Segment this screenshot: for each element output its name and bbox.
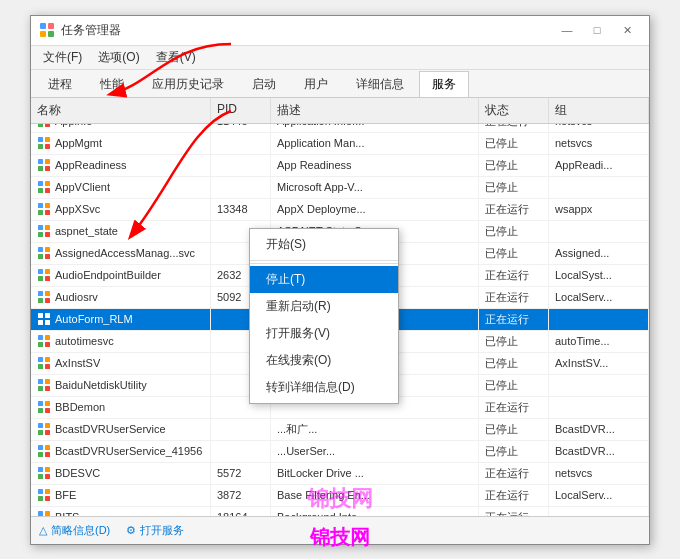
service-icon [37, 246, 51, 260]
col-status[interactable]: 状态 [479, 98, 549, 123]
table-header: 名称 PID 描述 状态 组 [31, 98, 649, 124]
svg-rect-11 [45, 144, 50, 149]
cell-group: BcastDVR... [549, 441, 649, 462]
cell-name: Appinfo [31, 124, 211, 132]
tab-bar: 进程 性能 应用历史记录 启动 用户 详细信息 服务 [31, 70, 649, 98]
cell-name: BBDemon [31, 397, 211, 418]
service-icon [37, 224, 51, 238]
minimize-button[interactable]: — [553, 20, 581, 40]
table-row[interactable]: BcastDVRUserService ...和广... 已停止 BcastDV… [31, 419, 649, 441]
gear-icon: ⚙ [126, 524, 136, 537]
cell-name: BcastDVRUserService_41956 [31, 441, 211, 462]
status-bar: △ 简略信息(D) ⚙ 打开服务 [31, 516, 649, 544]
cell-status: 正在运行 [479, 287, 549, 308]
menu-file[interactable]: 文件(F) [35, 47, 90, 68]
cell-group [549, 507, 649, 516]
brief-info-label: 简略信息(D) [51, 523, 110, 538]
col-desc[interactable]: 描述 [271, 98, 479, 123]
table-row[interactable]: Appinfo 11448 Application Infor... 正在运行 … [31, 124, 649, 133]
cell-desc: Application Infor... [271, 124, 479, 132]
cell-pid: 18164 [211, 507, 271, 516]
cell-status: 正在运行 [479, 485, 549, 506]
cell-desc: ...和广... [271, 419, 479, 440]
service-icon [37, 180, 51, 194]
context-menu-item-stop[interactable]: 停止(T) [250, 266, 398, 293]
col-group[interactable]: 组 [549, 98, 649, 123]
cell-pid [211, 155, 271, 176]
context-menu-item-search-online[interactable]: 在线搜索(O) [250, 347, 398, 374]
menu-bar: 文件(F) 选项(O) 查看(V) [31, 46, 649, 70]
svg-rect-31 [45, 254, 50, 259]
open-service-label: 打开服务 [140, 523, 184, 538]
menu-view[interactable]: 查看(V) [148, 47, 204, 68]
maximize-button[interactable]: □ [583, 20, 611, 40]
table-row[interactable]: AppMgmt Application Man... 已停止 netsvcs [31, 133, 649, 155]
cell-name: AssignedAccessManag...svc [31, 243, 211, 264]
context-menu-item-start[interactable]: 开始(S) [250, 231, 398, 258]
svg-rect-55 [45, 386, 50, 391]
cell-pid [211, 133, 271, 154]
table-row[interactable]: AppVClient Microsoft App-V... 已停止 [31, 177, 649, 199]
cell-status: 正在运行 [479, 199, 549, 220]
table-row[interactable]: AppReadiness App Readiness 已停止 AppReadi.… [31, 155, 649, 177]
tab-details[interactable]: 详细信息 [343, 71, 417, 97]
tab-app-history[interactable]: 应用历史记录 [139, 71, 237, 97]
cell-status: 已停止 [479, 221, 549, 242]
svg-rect-65 [45, 445, 50, 450]
triangle-icon: △ [39, 524, 47, 537]
tab-users[interactable]: 用户 [291, 71, 341, 97]
context-menu-item-restart[interactable]: 重新启动(R) [250, 293, 398, 320]
tab-startup[interactable]: 启动 [239, 71, 289, 97]
context-menu-item-open-service[interactable]: 打开服务(V) [250, 320, 398, 347]
svg-rect-63 [45, 430, 50, 435]
context-menu-item-goto-detail[interactable]: 转到详细信息(D) [250, 374, 398, 401]
svg-rect-44 [38, 335, 43, 340]
svg-rect-48 [38, 357, 43, 362]
svg-rect-71 [45, 474, 50, 479]
cell-desc: App Readiness [271, 155, 479, 176]
col-name[interactable]: 名称 [31, 98, 211, 123]
svg-rect-22 [38, 210, 43, 215]
cell-group [549, 375, 649, 396]
cell-name: aspnet_state [31, 221, 211, 242]
col-pid[interactable]: PID [211, 98, 271, 123]
cell-pid: 3872 [211, 485, 271, 506]
cell-desc: Application Man... [271, 133, 479, 154]
svg-rect-72 [38, 489, 43, 494]
svg-rect-70 [38, 474, 43, 479]
service-icon [37, 488, 51, 502]
cell-status: 已停止 [479, 243, 549, 264]
title-left: 任务管理器 [39, 22, 121, 39]
service-icon [37, 202, 51, 216]
svg-rect-60 [38, 423, 43, 428]
tab-performance[interactable]: 性能 [87, 71, 137, 97]
cell-group: LocalSyst... [549, 265, 649, 286]
cell-pid [211, 441, 271, 462]
menu-options[interactable]: 选项(O) [90, 47, 147, 68]
status-open-service[interactable]: ⚙ 打开服务 [126, 523, 184, 538]
table-row[interactable]: BITS 18164 Background Inte... 正在运行 [31, 507, 649, 516]
cell-pid [211, 419, 271, 440]
table-row[interactable]: BFE 3872 Base Filtering En... 正在运行 Local… [31, 485, 649, 507]
svg-rect-8 [38, 137, 43, 142]
cell-status: 已停止 [479, 353, 549, 374]
service-icon [37, 136, 51, 150]
tab-services[interactable]: 服务 [419, 71, 469, 97]
tab-process[interactable]: 进程 [35, 71, 85, 97]
table-row[interactable]: BcastDVRUserService_41956 ...UserSer... … [31, 441, 649, 463]
close-button[interactable]: ✕ [613, 20, 641, 40]
cell-status: 正在运行 [479, 124, 549, 132]
svg-rect-40 [38, 313, 43, 318]
svg-rect-36 [38, 291, 43, 296]
svg-rect-23 [45, 210, 50, 215]
cell-group: AppReadi... [549, 155, 649, 176]
cell-desc: BitLocker Drive ... [271, 463, 479, 484]
task-manager-window: 任务管理器 — □ ✕ 文件(F) 选项(O) 查看(V) 进程 性能 应用历史… [30, 15, 650, 545]
cell-status: 已停止 [479, 155, 549, 176]
status-brief[interactable]: △ 简略信息(D) [39, 523, 110, 538]
table-row[interactable]: AppXSvc 13348 AppX Deployme... 正在运行 wsap… [31, 199, 649, 221]
svg-rect-76 [38, 511, 43, 516]
table-row[interactable]: BDESVC 5572 BitLocker Drive ... 正在运行 net… [31, 463, 649, 485]
cell-status: 已停止 [479, 419, 549, 440]
service-icon [37, 466, 51, 480]
